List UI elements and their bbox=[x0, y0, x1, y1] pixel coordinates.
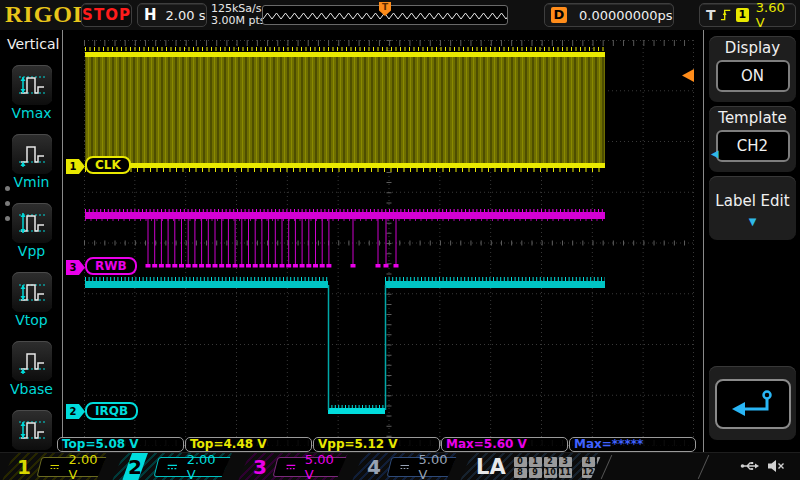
ch2-waveform-label[interactable]: IRQB bbox=[85, 402, 138, 420]
back-button[interactable] bbox=[715, 379, 791, 429]
measure-item-label: Vmax bbox=[0, 105, 63, 121]
measurement-readout: Top=5.08 V bbox=[57, 437, 184, 452]
vpp-icon[interactable] bbox=[12, 203, 52, 243]
page-indicator-dots bbox=[5, 186, 10, 231]
horizontal-scale-value: 2.00 s bbox=[166, 8, 206, 23]
measure-sidebar-title: Vertical bbox=[7, 36, 62, 52]
measure-item-vtop[interactable]: Vtop bbox=[0, 272, 63, 328]
horizontal-label: H bbox=[144, 6, 157, 24]
waveform-display[interactable] bbox=[84, 40, 694, 446]
measure-item-label: Vbase bbox=[0, 381, 63, 397]
digital-channel-2: 2 bbox=[544, 457, 557, 467]
delay-value: 0.00000000ps bbox=[579, 8, 673, 23]
measure-sidebar: Vertical VmaxVminVppVtopVbaseVamp bbox=[0, 30, 63, 452]
memory-depth: 3.00M pts bbox=[211, 15, 266, 27]
rigol-logo: RIGOL bbox=[5, 1, 90, 28]
ch3-waveform-label[interactable]: RWB bbox=[85, 257, 137, 275]
trigger-source-badge: 1 bbox=[736, 8, 749, 22]
dc-coupling-icon bbox=[166, 462, 179, 472]
function-menu: Display ON Template CH2 ◀ Label Edit ▼ bbox=[703, 30, 800, 452]
ch1-position-marker[interactable]: 1 bbox=[66, 159, 85, 174]
ch3-position-marker[interactable]: 3 bbox=[66, 260, 85, 275]
template-value: CH2 bbox=[737, 137, 768, 155]
digital-channel-0: 0 bbox=[514, 457, 527, 467]
la-label: LA bbox=[476, 455, 506, 479]
template-ch2-button[interactable]: CH2 bbox=[716, 130, 790, 162]
display-header: Display bbox=[709, 36, 796, 57]
separator bbox=[601, 455, 612, 479]
digital-channel-3: 3 bbox=[559, 457, 572, 467]
digital-channel-14: 14 bbox=[612, 468, 625, 478]
digital-channel-1: 1 bbox=[529, 457, 542, 467]
dc-coupling-icon bbox=[399, 462, 411, 472]
logic-analyzer-chip[interactable]: LA0123456789101112131415 bbox=[460, 453, 602, 480]
chevron-down-icon: ▼ bbox=[709, 216, 796, 227]
dc-coupling-icon bbox=[285, 462, 297, 472]
display-menu-group: Display ON bbox=[709, 36, 796, 102]
digital-channel-12: 12 bbox=[582, 468, 595, 478]
acquisition-info: 125kSa/s 3.00M pts bbox=[211, 3, 266, 27]
separator bbox=[698, 455, 709, 479]
channel-scale-value: 5.00 V bbox=[305, 452, 338, 480]
channel-scale-value: 5.00 V bbox=[418, 452, 450, 480]
digital-channel-10: 10 bbox=[544, 468, 557, 478]
channel-4-chip[interactable]: 45.00 V bbox=[352, 453, 458, 480]
measure-item-vbase[interactable]: Vbase bbox=[0, 341, 63, 397]
channel-1-chip[interactable]: 12.00 V bbox=[2, 453, 108, 480]
trigger-label: T bbox=[706, 7, 716, 23]
digital-channel-grid: 0123456789101112131415 bbox=[514, 457, 640, 478]
return-arrow-icon bbox=[729, 388, 777, 420]
template-menu-group: Template CH2 ◀ bbox=[709, 106, 796, 172]
oscilloscope-screen: RIGOL STOP H 2.00 s 125kSa/s 3.00M pts T… bbox=[0, 0, 800, 480]
measurement-readouts: Top=5.08 VTop=4.48 VVpp=5.12 VMax=5.60 V… bbox=[57, 437, 696, 452]
trigger-level-value: 3.60 V bbox=[756, 0, 795, 30]
status-icons bbox=[740, 457, 786, 475]
chevron-left-icon: ◀ bbox=[711, 148, 719, 159]
digital-channel-8: 8 bbox=[514, 468, 527, 478]
top-bar: RIGOL STOP H 2.00 s 125kSa/s 3.00M pts T… bbox=[0, 0, 800, 30]
channel-scale-box: 5.00 V bbox=[272, 457, 350, 477]
measure-item-label: Vtop bbox=[0, 312, 63, 328]
vmin-icon[interactable] bbox=[12, 134, 52, 174]
vmax-icon[interactable] bbox=[12, 65, 52, 105]
measure-item-vmin[interactable]: Vmin bbox=[0, 134, 63, 190]
display-value: ON bbox=[741, 67, 764, 85]
vtop-icon[interactable] bbox=[12, 272, 52, 312]
vamp-icon[interactable] bbox=[12, 410, 52, 450]
digital-channel-15: 15 bbox=[627, 468, 640, 478]
channel-2-chip[interactable]: 22.00 V bbox=[112, 453, 232, 480]
template-header: Template bbox=[709, 106, 796, 127]
run-state-label: STOP bbox=[82, 6, 131, 24]
horizontal-scale-box[interactable]: H 2.00 s bbox=[137, 3, 207, 27]
channel-number: 2 bbox=[122, 453, 148, 480]
ch2-position-marker[interactable]: 2 bbox=[66, 404, 85, 419]
channel-number: 3 bbox=[253, 455, 267, 479]
channel-number: 4 bbox=[367, 455, 381, 479]
channel-scale-box: 5.00 V bbox=[386, 457, 463, 477]
channel-scale-box: 2.00 V bbox=[153, 457, 234, 477]
label-edit-button[interactable]: Label Edit ▼ bbox=[709, 176, 796, 240]
digital-channel-11: 11 bbox=[559, 468, 572, 478]
display-on-button[interactable]: ON bbox=[716, 60, 790, 92]
speaker-muted-icon bbox=[766, 457, 786, 475]
measure-menu: VmaxVminVppVtopVbaseVamp bbox=[0, 65, 62, 466]
measurement-readout: Vpp=5.12 V bbox=[313, 437, 440, 452]
label-edit-label: Label Edit bbox=[709, 176, 796, 210]
measure-item-vmax[interactable]: Vmax bbox=[0, 65, 63, 121]
vbase-icon[interactable] bbox=[12, 341, 52, 381]
delay-box[interactable]: D 0.00000000ps bbox=[544, 3, 674, 27]
measurement-readout: Max=***** bbox=[569, 437, 696, 452]
channel-status-bar: 12.00 V22.00 V35.00 V45.00 VLA0123456789… bbox=[0, 452, 800, 480]
channel-3-chip[interactable]: 35.00 V bbox=[238, 453, 348, 480]
delay-label: D bbox=[551, 7, 567, 23]
digital-channel-4: 4 bbox=[582, 457, 595, 467]
trigger-box[interactable]: T 1 3.60 V bbox=[699, 3, 796, 27]
digital-channel-7: 7 bbox=[627, 457, 640, 467]
channel-scale-value: 2.00 V bbox=[187, 452, 222, 480]
measure-item-label: Vpp bbox=[0, 243, 63, 259]
measurement-readout: Top=4.48 V bbox=[185, 437, 312, 452]
rising-edge-icon bbox=[720, 7, 732, 23]
usb-icon bbox=[740, 457, 760, 475]
run-state-indicator[interactable]: STOP bbox=[81, 3, 132, 27]
ch1-waveform-label[interactable]: CLK bbox=[85, 156, 131, 174]
